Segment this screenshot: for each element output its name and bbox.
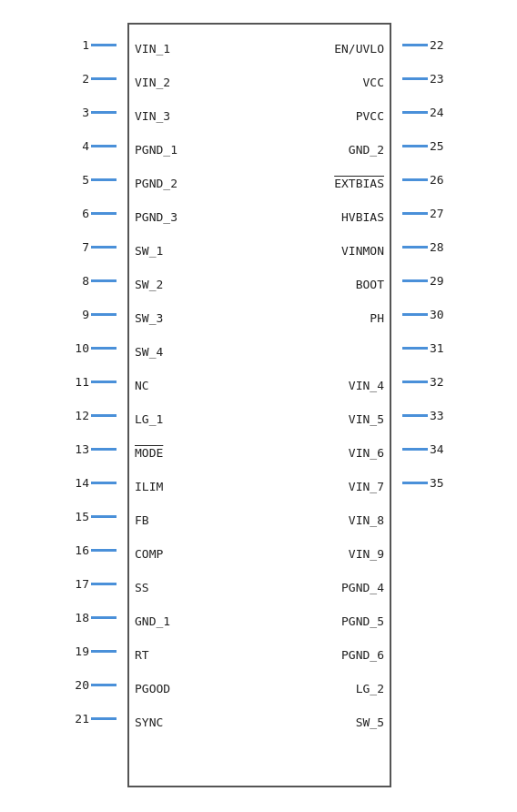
left-pin-line-16 xyxy=(91,549,117,552)
right-label-r14: VIN_8 xyxy=(349,503,384,537)
left-pin-line-5 xyxy=(91,178,117,181)
left-label-6: PGND_3 xyxy=(135,200,254,234)
right-pin-line-r14 xyxy=(402,515,428,518)
right-pin-line-30 xyxy=(402,313,428,316)
right-pin-line-22 xyxy=(402,44,428,46)
pins-left-col: 123456789101112131415161718192021 xyxy=(64,23,127,787)
left-pin-number-2: 2 xyxy=(64,72,89,86)
left-pin-line-20 xyxy=(91,684,117,686)
left-pin-line-8 xyxy=(91,279,117,282)
left-pin-line-10 xyxy=(91,347,117,350)
left-pin-row-7: 7 xyxy=(64,230,127,264)
right-label-28: VINMON xyxy=(341,234,384,268)
left-label-3: VIN_3 xyxy=(135,99,254,133)
left-pin-number-8: 8 xyxy=(64,274,89,288)
right-pin-row-r14 xyxy=(391,500,455,533)
right-pin-line-26 xyxy=(402,178,428,181)
left-pin-number-3: 3 xyxy=(64,106,89,119)
right-pin-row-35: 35 xyxy=(391,466,455,500)
left-pin-number-20: 20 xyxy=(64,678,89,692)
left-label-12: LG_1 xyxy=(135,402,254,436)
left-pin-number-7: 7 xyxy=(64,240,89,254)
left-label-19: RT xyxy=(135,638,254,672)
left-pin-line-19 xyxy=(91,650,117,653)
left-pin-row-9: 9 xyxy=(64,298,127,331)
right-pin-row-23: 23 xyxy=(391,62,455,96)
right-pin-number-23: 23 xyxy=(430,72,455,86)
left-label-1: VIN_1 xyxy=(135,32,254,66)
left-pin-line-9 xyxy=(91,313,117,316)
right-pin-number-29: 29 xyxy=(430,274,455,288)
left-pin-row-5: 5 xyxy=(64,163,127,197)
right-pin-line-35 xyxy=(402,482,428,484)
right-pin-number-33: 33 xyxy=(430,409,455,422)
left-label-14: ILIM xyxy=(135,470,254,503)
right-pin-line-r16 xyxy=(402,583,428,585)
right-label-r19: LG_2 xyxy=(356,672,384,705)
left-pin-number-11: 11 xyxy=(64,375,89,389)
left-pin-number-16: 16 xyxy=(64,543,89,557)
right-pin-line-r19 xyxy=(402,684,428,686)
right-pin-row-30: 30 xyxy=(391,298,455,331)
right-pin-line-28 xyxy=(402,246,428,249)
left-pin-row-8: 8 xyxy=(64,264,127,298)
left-pin-row-21: 21 xyxy=(64,702,127,736)
left-pin-row-19: 19 xyxy=(64,634,127,668)
left-label-20: PGOOD xyxy=(135,672,254,705)
right-label-32: VIN_4 xyxy=(349,369,384,402)
left-label-4: PGND_1 xyxy=(135,133,254,167)
left-label-16: COMP xyxy=(135,537,254,571)
left-pin-number-10: 10 xyxy=(64,341,89,355)
right-pin-line-r18 xyxy=(402,650,428,653)
left-label-8: SW_2 xyxy=(135,268,254,301)
right-pin-row-32: 32 xyxy=(391,365,455,399)
right-pin-number-30: 30 xyxy=(430,308,455,321)
left-pin-row-1: 1 xyxy=(64,28,127,62)
left-label-15: FB xyxy=(135,503,254,537)
left-pin-row-16: 16 xyxy=(64,533,127,567)
right-label-35: VIN_7 xyxy=(349,470,384,503)
left-pin-row-15: 15 xyxy=(64,500,127,533)
left-label-10: SW_4 xyxy=(135,335,254,369)
ic-left-labels: VIN_1VIN_2VIN_3PGND_1PGND_2PGND_3SW_1SW_… xyxy=(129,25,259,786)
left-label-18: GND_1 xyxy=(135,604,254,638)
left-label-7: SW_1 xyxy=(135,234,254,268)
left-pin-line-12 xyxy=(91,414,117,417)
left-pin-row-3: 3 xyxy=(64,96,127,129)
right-pin-line-27 xyxy=(402,212,428,215)
left-pin-line-21 xyxy=(91,717,117,720)
left-pin-line-15 xyxy=(91,515,117,518)
left-label-5: PGND_2 xyxy=(135,167,254,200)
left-label-17: SS xyxy=(135,571,254,604)
left-pin-number-17: 17 xyxy=(64,577,89,591)
left-pin-line-3 xyxy=(91,111,117,114)
right-pin-number-32: 32 xyxy=(430,375,455,389)
diagram-wrapper: 123456789101112131415161718192021 VIN_1V… xyxy=(27,9,492,801)
right-label-r18: PGND_6 xyxy=(341,638,384,672)
right-label-29: BOOT xyxy=(356,268,384,301)
left-pin-line-2 xyxy=(91,77,117,80)
right-pin-row-26: 26 xyxy=(391,163,455,197)
right-pin-row-29: 29 xyxy=(391,264,455,298)
left-pin-number-6: 6 xyxy=(64,207,89,220)
right-pin-row-33: 33 xyxy=(391,399,455,432)
left-pin-number-12: 12 xyxy=(64,409,89,422)
pins-right-col: 2223242526272829303132333435 xyxy=(391,23,455,787)
right-pin-line-23 xyxy=(402,77,428,80)
right-label-r16: PGND_4 xyxy=(341,571,384,604)
right-pin-row-r15 xyxy=(391,533,455,567)
right-label-r20: SW_5 xyxy=(356,705,384,739)
right-pin-line-33 xyxy=(402,414,428,417)
right-pin-row-22: 22 xyxy=(391,28,455,62)
right-label-26: EXTBIAS xyxy=(334,167,384,200)
right-pin-number-34: 34 xyxy=(430,442,455,456)
right-label-r17: PGND_5 xyxy=(341,604,384,638)
left-pin-row-13: 13 xyxy=(64,432,127,466)
left-label-9: SW_3 xyxy=(135,301,254,335)
ic-body: VIN_1VIN_2VIN_3PGND_1PGND_2PGND_3SW_1SW_… xyxy=(127,23,391,787)
left-pin-number-18: 18 xyxy=(64,611,89,624)
right-label-22: EN/UVLO xyxy=(334,32,384,66)
right-pin-number-27: 27 xyxy=(430,207,455,220)
left-pin-row-4: 4 xyxy=(64,129,127,163)
left-pin-line-14 xyxy=(91,482,117,484)
